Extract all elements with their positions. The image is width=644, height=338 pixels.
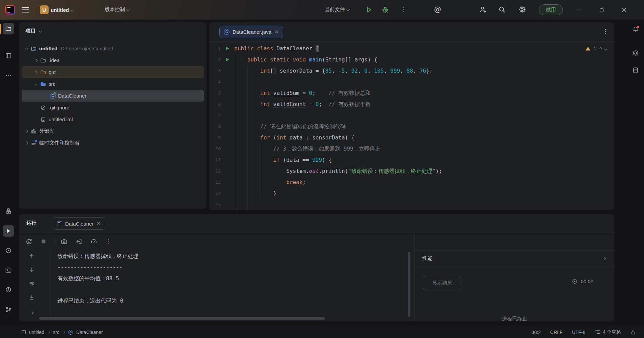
code-area[interactable]: 1public class DataCleaner {2 public stat…	[209, 42, 614, 210]
breadcrumb-src[interactable]: src	[53, 330, 59, 335]
performance-header[interactable]: 性能	[415, 250, 614, 266]
add-user-button[interactable]	[479, 6, 487, 13]
indent-widget[interactable]: 4 个空格	[595, 329, 621, 335]
mention-ai-button[interactable]: @	[434, 5, 441, 14]
next-occurrence-button[interactable]	[27, 265, 36, 275]
services-tool-button[interactable]	[3, 245, 14, 256]
arrow-down-icon	[29, 267, 35, 273]
more-actions-button[interactable]: ⋮	[400, 6, 406, 13]
project-tool-button[interactable]	[3, 23, 14, 34]
line-number: 3	[209, 65, 221, 76]
caret-position-widget[interactable]: 38:2	[532, 330, 541, 335]
debug-button[interactable]	[381, 6, 389, 14]
terminal-tool-button[interactable]	[3, 264, 14, 276]
code-line-3[interactable]: 3 int[] sensorData = {85, -5, 92, 0, 105…	[209, 65, 614, 76]
expand-gutter-button[interactable]	[27, 308, 36, 317]
console-gutter-divider	[51, 250, 51, 321]
code-line-14[interactable]: 14 }	[209, 188, 614, 199]
tree-row-5[interactable]: .gitignore	[22, 102, 204, 113]
editor-more-button[interactable]: ⋮	[602, 28, 608, 34]
main-menu-button[interactable]	[22, 7, 29, 12]
code-line-5[interactable]: 5 int validSum = 0; // 有效数据总和	[209, 87, 614, 99]
import-test-result-button[interactable]	[74, 236, 84, 246]
restore-button[interactable]	[593, 0, 611, 20]
code-line-2[interactable]: 2 public static void main(String[] args)…	[209, 54, 614, 65]
prev-warning-icon[interactable]	[599, 47, 602, 50]
run-line-icon[interactable]	[225, 46, 230, 51]
scroll-to-end-button[interactable]	[27, 293, 36, 302]
tree-row-1[interactable]: .idea	[22, 54, 204, 66]
notifications-button[interactable]	[630, 24, 641, 35]
code-line-6[interactable]: 6 int validCount = 0; // 有效数据个数	[209, 99, 614, 110]
database-button[interactable]	[630, 64, 641, 76]
close-button[interactable]	[615, 0, 633, 20]
console[interactable]: 致命错误：传感器掉线，终止处理--------------------有效数据的…	[19, 250, 414, 321]
encoding-widget[interactable]: UTF-8	[572, 330, 586, 335]
run-tool-button[interactable]	[3, 225, 14, 237]
console-horizontal-scrollbar[interactable]	[39, 317, 325, 320]
chevron-right-icon[interactable]	[34, 71, 37, 74]
run-button[interactable]	[365, 6, 373, 14]
rerun-button[interactable]	[24, 236, 34, 246]
soft-wrap-button[interactable]	[27, 279, 36, 288]
run-config-selector[interactable]: 当前文件	[325, 6, 349, 13]
search-everywhere-button[interactable]	[498, 6, 506, 13]
chevron-right-icon[interactable]	[25, 141, 28, 145]
chevron-right-icon[interactable]	[603, 257, 606, 260]
tree-row-3[interactable]: src	[22, 78, 204, 90]
run-line-icon[interactable]	[225, 57, 230, 62]
tree-row-0[interactable]: untitledD:\IdeaProjects\untitled	[22, 43, 204, 54]
chevron-down-icon[interactable]	[25, 47, 28, 50]
code-line-7[interactable]: 7	[209, 110, 614, 121]
code-line-1[interactable]: 1public class DataCleaner {	[209, 43, 614, 54]
close-tab-icon[interactable]: ✕	[97, 220, 101, 227]
run-toolbar: ⋮	[19, 233, 414, 250]
project-panel-header[interactable]: 项目	[26, 28, 42, 34]
next-warning-icon[interactable]	[604, 47, 608, 50]
git-tool-button[interactable]	[3, 304, 14, 315]
breadcrumb-file[interactable]: DataCleaner	[76, 330, 103, 335]
vcs-widget[interactable]: 版本控制	[105, 6, 129, 13]
prev-occurrence-button[interactable]	[27, 251, 36, 261]
tree-row-2[interactable]: out	[22, 66, 204, 78]
chevron-down-icon[interactable]	[34, 82, 37, 86]
breadcrumb-project[interactable]: untitled	[29, 330, 44, 335]
console-vertical-scrollbar[interactable]	[408, 252, 410, 317]
code-line-9[interactable]: 9 for (int data : sensorData) {	[209, 132, 614, 143]
project-switcher[interactable]: U untitled	[40, 5, 73, 14]
tree-row-7[interactable]: 外部库	[22, 125, 204, 137]
write-access-widget[interactable]	[630, 330, 636, 335]
trial-button[interactable]: 试用	[539, 4, 563, 15]
screenshot-button[interactable]	[59, 236, 69, 246]
chevron-right-icon[interactable]	[25, 130, 28, 133]
build-tool-button[interactable]	[3, 205, 14, 217]
minimize-button[interactable]	[570, 0, 589, 20]
show-result-button[interactable]: 显示结果	[423, 276, 461, 290]
commit-tool-button[interactable]	[3, 50, 14, 61]
line-separator-widget[interactable]: CRLF	[550, 330, 563, 335]
tree-row-4[interactable]: CDataCleaner	[22, 90, 204, 102]
line-number: 2	[209, 54, 221, 65]
code-line-15[interactable]: 15	[209, 199, 614, 210]
ai-assistant-button[interactable]	[630, 47, 641, 59]
stop-button[interactable]	[38, 236, 49, 246]
console-more-button[interactable]: ⋮	[104, 236, 114, 246]
problems-tool-button[interactable]	[3, 284, 14, 295]
chevron-right-icon[interactable]	[34, 59, 37, 62]
code-line-10[interactable]: 10 // 3．致命错误：如果遇到 999，立即停止	[209, 143, 614, 154]
code-text: public class DataCleaner {	[234, 43, 319, 54]
close-tab-icon[interactable]: ✕	[274, 29, 279, 35]
inspections-widget[interactable]: 1	[582, 44, 610, 53]
run-tab-datacleaner[interactable]: DataCleaner ✕	[53, 217, 105, 230]
code-line-4[interactable]: 4	[209, 76, 614, 87]
editor-tab-datacleaner[interactable]: C DataCleaner.java ✕	[219, 26, 283, 38]
tree-row-6[interactable]: untitled.iml	[22, 113, 204, 125]
code-line-12[interactable]: 12 System.out.println("致命错误：传感器掉线，终止处理")…	[209, 165, 614, 177]
code-line-13[interactable]: 13 break;	[209, 177, 614, 188]
profiler-button[interactable]	[89, 236, 99, 246]
more-tools-button[interactable]: ⋯	[3, 69, 14, 81]
tree-row-8[interactable]: 临时文件和控制台	[22, 137, 204, 149]
code-line-11[interactable]: 11 if (data == 999) {	[209, 154, 614, 165]
settings-button[interactable]	[518, 6, 526, 13]
code-line-8[interactable]: 8 // 请在此处编写你的流程控制代码	[209, 121, 614, 132]
